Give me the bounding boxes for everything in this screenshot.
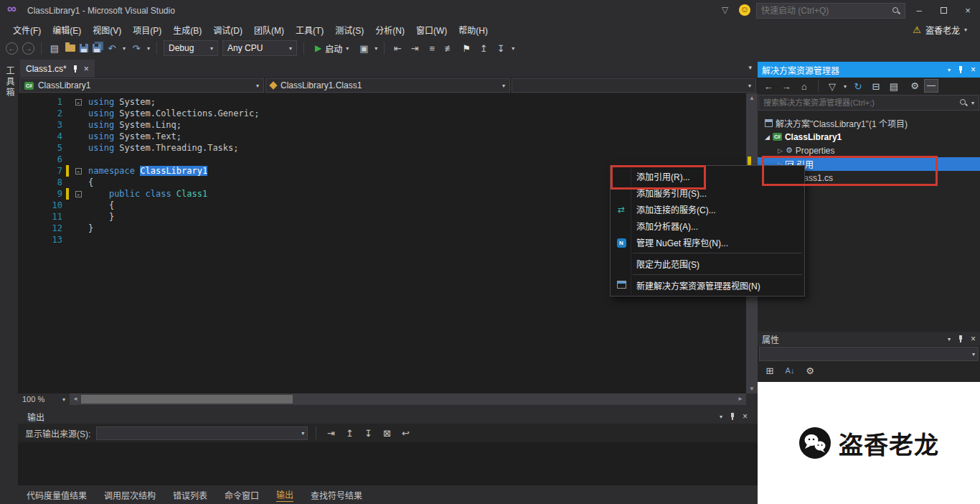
collapse-region-icon[interactable]: - (75, 99, 82, 106)
close-button[interactable]: × (956, 0, 980, 20)
chevron-down-icon[interactable]: ▾ (123, 45, 126, 52)
close-icon[interactable]: × (84, 64, 89, 74)
tab-error-list[interactable]: 错误列表 (173, 489, 207, 501)
new-project-icon[interactable]: ▤ (48, 43, 61, 54)
tab-output[interactable]: 输出 (276, 488, 293, 502)
pin-icon[interactable] (72, 65, 79, 73)
collapsed-chevron-icon[interactable]: ▷ (778, 147, 783, 154)
menu-item-add-analyzer[interactable]: 添加分析器(A)... (611, 218, 804, 234)
tab-code-metrics[interactable]: 代码度量值结果 (27, 489, 87, 501)
solution-search-input[interactable] (763, 98, 956, 107)
window-position-chevron-icon[interactable]: ▾ (948, 67, 951, 73)
properties-wrench-icon[interactable]: ⚙ (908, 80, 921, 91)
bookmark-icon[interactable]: ⚑ (460, 43, 473, 54)
chevron-down-icon[interactable]: ▾ (971, 100, 974, 106)
close-icon[interactable]: × (971, 65, 976, 75)
quick-launch-input[interactable] (761, 6, 889, 16)
filter-icon[interactable]: ▽ (826, 81, 839, 92)
minimize-button[interactable]: – (907, 0, 931, 20)
search-icon[interactable] (959, 98, 968, 107)
quick-launch-box[interactable] (756, 3, 905, 19)
tree-node-project[interactable]: ◢ C# ClassLibrary1 (758, 130, 980, 144)
chevron-down-icon[interactable]: ▾ (844, 83, 847, 90)
menu-build[interactable]: 生成(B) (167, 22, 207, 38)
show-all-files-icon[interactable]: ▤ (887, 81, 900, 92)
menu-help[interactable]: 帮助(H) (453, 22, 494, 38)
menu-tools[interactable]: 工具(T) (290, 22, 329, 38)
feedback-smiley-icon[interactable]: ☺ (739, 4, 750, 16)
window-position-chevron-icon[interactable]: ▾ (720, 414, 722, 420)
chevron-down-icon[interactable]: ▾ (512, 45, 514, 52)
tree-node-properties[interactable]: ▷ ⚙ Properties (758, 144, 980, 157)
tab-find-symbol-results[interactable]: 查找符号结果 (311, 489, 362, 501)
solution-search-box[interactable]: ▾ (758, 95, 979, 111)
menu-analyze[interactable]: 分析(N) (369, 22, 410, 38)
scroll-left-icon[interactable]: ◄ (70, 393, 81, 405)
window-position-chevron-icon[interactable]: ▾ (948, 336, 951, 342)
start-debug-button[interactable]: ▶ 启动 ▾ (311, 42, 353, 55)
home-icon[interactable]: ⌂ (798, 81, 811, 92)
alphabetical-sort-icon[interactable]: A↓ (783, 366, 796, 375)
sync-with-active-document-icon[interactable]: ↻ (852, 81, 864, 92)
properties-object-dropdown[interactable]: ▾ (759, 347, 979, 361)
menu-test[interactable]: 测试(S) (329, 22, 369, 38)
pin-icon[interactable] (957, 335, 964, 343)
scroll-up-icon[interactable]: ▲ (746, 95, 758, 101)
navigate-forward-icon[interactable]: → (22, 42, 34, 55)
uncomment-icon[interactable]: ≢ (443, 43, 456, 54)
output-source-dropdown[interactable]: ▾ (96, 426, 308, 440)
preview-selected-items-toggle[interactable]: — (924, 79, 938, 93)
menu-debug[interactable]: 调试(D) (207, 22, 248, 38)
menu-team[interactable]: 团队(M) (248, 22, 290, 38)
previous-bookmark-icon[interactable]: ↥ (477, 43, 490, 54)
scrollbar-thumb[interactable] (81, 395, 293, 403)
attach-to-process-icon[interactable]: ▣ (357, 43, 370, 54)
find-message-in-code-icon[interactable]: ⇥ (324, 428, 337, 439)
navigate-backward-icon[interactable]: ← (6, 42, 18, 55)
se-back-icon[interactable]: ← (762, 81, 775, 92)
scroll-right-icon[interactable]: ► (735, 393, 746, 405)
tab-list-chevron-icon[interactable]: ▾ (748, 64, 752, 71)
menu-item-add-reference[interactable]: 添加引用(R)... (611, 168, 804, 185)
indent-increase-icon[interactable]: ⇥ (408, 43, 421, 54)
search-icon[interactable] (892, 6, 900, 15)
output-content[interactable] (18, 442, 758, 485)
word-wrap-icon[interactable]: ↩ (399, 428, 412, 439)
previous-message-icon[interactable]: ↥ (343, 428, 356, 439)
collapse-region-icon[interactable]: - (75, 191, 82, 197)
close-icon[interactable]: × (971, 334, 976, 344)
properties-title-bar[interactable]: 属性 ▾ × (758, 332, 980, 346)
collapse-all-icon[interactable]: ⊟ (870, 81, 882, 92)
tab-call-hierarchy[interactable]: 调用层次结构 (104, 489, 156, 501)
chevron-down-icon[interactable]: ▾ (147, 45, 150, 52)
redo-icon[interactable]: ↷ (130, 43, 143, 54)
type-dropdown[interactable]: ClassLibrary1.Class1 ▾ (265, 78, 510, 93)
solution-configurations-dropdown[interactable]: Debug▾ (164, 40, 218, 56)
menu-view[interactable]: 视图(V) (87, 22, 127, 38)
undo-icon[interactable]: ↶ (105, 43, 118, 54)
menu-item-manage-nuget[interactable]: N管理 NuGet 程序包(N)... (611, 234, 804, 251)
tab-command-window[interactable]: 命令窗口 (225, 489, 259, 501)
collapse-region-icon[interactable]: - (75, 168, 82, 174)
menu-item-scope-to-this[interactable]: 限定为此范围(S) (611, 256, 804, 272)
pin-icon[interactable] (729, 412, 736, 421)
close-icon[interactable]: × (743, 411, 748, 421)
comment-icon[interactable]: ≡ (425, 43, 438, 54)
open-file-icon[interactable] (65, 45, 75, 52)
property-pages-icon[interactable]: ⚙ (804, 365, 816, 376)
account-menu[interactable]: ⚠ 盗香老龙 ▾ (913, 24, 967, 36)
menu-file[interactable]: 文件(F) (7, 22, 47, 38)
member-dropdown[interactable]: ▾ (512, 78, 756, 93)
save-all-icon[interactable] (93, 44, 101, 52)
project-dropdown[interactable]: C# ClassLibrary1 ▾ (19, 78, 264, 93)
pin-icon[interactable] (957, 65, 964, 74)
solution-explorer-title-bar[interactable]: 解决方案资源管理器 ▾ × (758, 62, 980, 78)
output-title-bar[interactable]: 输出 ▾ × (18, 409, 758, 424)
menu-item-add-connected-service[interactable]: ⇄添加连接的服务(C)... (611, 201, 804, 218)
horizontal-scrollbar[interactable] (81, 393, 735, 405)
menu-item-new-solution-explorer-view[interactable]: 新建解决方案资源管理器视图(N) (611, 277, 804, 294)
solution-platforms-dropdown[interactable]: Any CPU▾ (222, 40, 297, 56)
save-icon[interactable] (80, 44, 88, 52)
menu-project[interactable]: 项目(P) (127, 22, 167, 38)
indent-decrease-icon[interactable]: ⇤ (391, 43, 404, 54)
